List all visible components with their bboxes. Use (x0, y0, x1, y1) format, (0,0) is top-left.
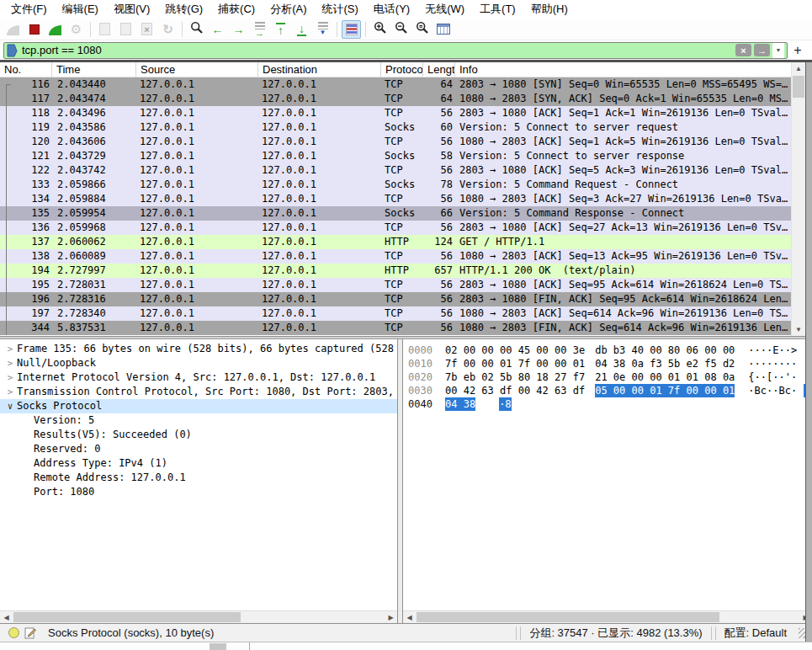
collapsed-arrow-icon[interactable]: > (3, 342, 17, 356)
go-forward-button[interactable]: → (229, 20, 248, 39)
capture-comment-icon[interactable] (24, 627, 36, 639)
colorize-button[interactable] (342, 20, 361, 39)
filter-apply-button[interactable]: → (754, 44, 770, 56)
detail-row[interactable]: Address Type: IPv4 (1) (0, 456, 397, 471)
zoom-out-button[interactable] (391, 20, 411, 39)
ascii-bytes[interactable]: ·Bc··Bc· (748, 384, 797, 397)
packet-row-134[interactable]: 1342.059884127.0.0.1127.0.0.1TCP561080 →… (0, 192, 812, 206)
go-bottom-button[interactable]: ↓ (292, 20, 311, 39)
expert-info-icon[interactable] (8, 627, 19, 638)
filter-dropdown-caret[interactable]: ▼ (772, 43, 784, 58)
filter-input[interactable] (22, 44, 733, 57)
hex-bytes[interactable]: db b3 40 00 80 06 00 00 (595, 344, 735, 357)
scroll-down-icon[interactable]: ▼ (792, 323, 805, 336)
scroll-right-icon[interactable]: ▶ (385, 611, 397, 623)
packet-row-116[interactable]: 1162.043440127.0.0.1127.0.0.1TCP642803 →… (0, 77, 812, 92)
menu-item[interactable]: 电话(Y) (366, 0, 417, 19)
menu-item[interactable]: 工具(T) (472, 0, 523, 19)
packet-row-118[interactable]: 1182.043496127.0.0.1127.0.0.1TCP562803 →… (0, 106, 812, 120)
scroll-left-icon[interactable]: ◀ (0, 611, 13, 623)
detail-row[interactable]: Port: 1080 (0, 485, 397, 499)
hex-bytes[interactable]: 02 00 00 00 45 00 00 3e (445, 344, 585, 357)
collapsed-arrow-icon[interactable]: > (3, 370, 17, 385)
hex-row[interactable]: 000002 00 00 00 45 00 00 3edb b3 40 00 8… (408, 344, 812, 357)
resize-columns-button[interactable] (433, 20, 453, 39)
detail-row[interactable]: Results(V5): Succeeded (0) (0, 428, 397, 442)
ascii-bytes[interactable]: {··[··'· (748, 370, 797, 384)
profile-label[interactable]: 配置: Default (718, 626, 793, 641)
packet-row-120[interactable]: 1202.043606127.0.0.1127.0.0.1TCP561080 →… (0, 135, 812, 149)
find-packet-button[interactable] (187, 20, 206, 39)
packet-row-138[interactable]: 1382.060089127.0.0.1127.0.0.1TCP561080 →… (0, 249, 812, 264)
column-header-protocol[interactable]: Protocol (381, 62, 423, 77)
detail-row[interactable]: >Transmission Control Protocol, Src Port… (0, 385, 397, 399)
scroll-up-icon[interactable]: ▲ (792, 62, 805, 75)
packet-row-117[interactable]: 1172.043474127.0.0.1127.0.0.1TCP641080 →… (0, 92, 812, 106)
packet-row-196[interactable]: 1962.728316127.0.0.1127.0.0.1TCP562803 →… (0, 292, 812, 306)
detail-row[interactable]: >Internet Protocol Version 4, Src: 127.0… (0, 370, 397, 385)
packet-row-195[interactable]: 1952.728031127.0.0.1127.0.0.1TCP562803 →… (0, 278, 812, 292)
details-hscrollbar[interactable]: ◀ ▶ (0, 610, 397, 623)
scroll-thumb[interactable] (793, 76, 804, 98)
collapsed-arrow-icon[interactable]: > (3, 385, 17, 399)
menu-item[interactable]: 帮助(H) (523, 0, 576, 19)
go-to-packet-button[interactable]: → (250, 20, 269, 39)
column-header-info[interactable]: Info (455, 62, 812, 77)
filter-clear-button[interactable]: × (735, 44, 751, 56)
hex-bytes[interactable]: 21 0e 00 00 01 01 08 0a (595, 370, 735, 384)
column-header-destination[interactable]: Destination (258, 62, 381, 77)
hex-row[interactable]: 004004 38·8 (408, 397, 812, 411)
detail-row[interactable]: Version: 5 (0, 413, 397, 428)
packet-list-vscrollbar[interactable]: ▲ ▼ (791, 62, 805, 336)
hex-row[interactable]: 003000 42 63 df 00 42 63 df05 00 00 01 7… (408, 384, 812, 397)
scroll-thumb[interactable] (417, 612, 719, 622)
hex-bytes[interactable]: 04 38 (445, 397, 475, 411)
scroll-thumb[interactable] (13, 612, 241, 622)
column-header-time[interactable]: Time (52, 62, 136, 77)
expanded-arrow-icon[interactable]: ∨ (3, 399, 17, 413)
hex-bytes[interactable]: 7f 00 00 01 7f 00 00 01 (445, 357, 585, 370)
collapsed-arrow-icon[interactable]: > (3, 356, 17, 370)
menu-item[interactable]: 捕获(C) (210, 0, 263, 19)
packet-row-136[interactable]: 1362.059968127.0.0.1127.0.0.1TCP562803 →… (0, 221, 812, 235)
hex-bytes[interactable]: 04 38 0a f3 5b e2 f5 d2 (595, 357, 735, 370)
packet-row-133[interactable]: 1332.059866127.0.0.1127.0.0.1Socks78Vers… (0, 178, 812, 192)
hex-row[interactable]: 00107f 00 00 01 7f 00 00 0104 38 0a f3 5… (408, 357, 812, 370)
packet-row-119[interactable]: 1192.043586127.0.0.1127.0.0.1Socks60Vers… (0, 120, 812, 135)
menu-item[interactable]: 视图(V) (106, 0, 157, 19)
packet-row-121[interactable]: 1212.043729127.0.0.1127.0.0.1Socks58Vers… (0, 149, 812, 163)
stop-capture-button[interactable] (24, 20, 44, 39)
column-header-lengtl[interactable]: Lengtl (423, 62, 455, 77)
hex-bytes[interactable]: 05 00 00 01 7f 00 00 01 (595, 384, 735, 397)
detail-row[interactable]: ∨Socks Protocol (0, 399, 397, 413)
menu-item[interactable]: 无线(W) (417, 0, 472, 19)
column-header-no[interactable]: No. (0, 62, 52, 77)
packet-row-197[interactable]: 1972.728340127.0.0.1127.0.0.1TCP561080 →… (0, 306, 812, 321)
packet-row-137[interactable]: 1372.060062127.0.0.1127.0.0.1HTTP124GET … (0, 235, 812, 249)
ascii-bytes[interactable]: ····E··> (748, 344, 797, 357)
detail-row[interactable]: >Frame 135: 66 bytes on wire (528 bits),… (0, 342, 397, 356)
auto-scroll-button[interactable]: ▼ (313, 20, 332, 39)
zoom-original-button[interactable] (412, 20, 432, 39)
zoom-in-button[interactable] (370, 20, 390, 39)
packet-row-135[interactable]: 1352.059954127.0.0.1127.0.0.1Socks66Vers… (0, 206, 812, 221)
menu-item[interactable]: 文件(F) (3, 0, 55, 19)
detail-row[interactable]: Remote Address: 127.0.0.1 (0, 471, 397, 485)
ascii-bytes[interactable]: ········ (748, 357, 797, 370)
menu-item[interactable]: 统计(S) (314, 0, 365, 19)
restart-capture-button[interactable] (45, 20, 65, 39)
hex-bytes[interactable]: 7b eb 02 5b 80 18 27 f7 (445, 370, 585, 384)
packet-row-194[interactable]: 1942.727997127.0.0.1127.0.0.1HTTP657HTTP… (0, 264, 812, 278)
packet-row-344[interactable]: 3445.837531127.0.0.1127.0.0.1TCP561080 →… (0, 321, 812, 335)
go-back-button[interactable]: ← (208, 20, 227, 39)
column-header-source[interactable]: Source (136, 62, 258, 77)
detail-row[interactable]: >Null/Loopback (0, 356, 397, 370)
packet-row-122[interactable]: 1222.043742127.0.0.1127.0.0.1TCP562803 →… (0, 163, 812, 178)
hex-row[interactable]: 00207b eb 02 5b 80 18 27 f721 0e 00 00 0… (408, 370, 812, 384)
scroll-left-icon[interactable]: ◀ (403, 611, 416, 623)
filter-bookmark-icon[interactable] (7, 44, 18, 57)
menu-item[interactable]: 跳转(G) (157, 0, 210, 19)
menu-item[interactable]: 编辑(E) (55, 0, 106, 19)
go-top-button[interactable]: ↑ (271, 20, 290, 39)
filter-add-button[interactable]: + (788, 43, 808, 58)
